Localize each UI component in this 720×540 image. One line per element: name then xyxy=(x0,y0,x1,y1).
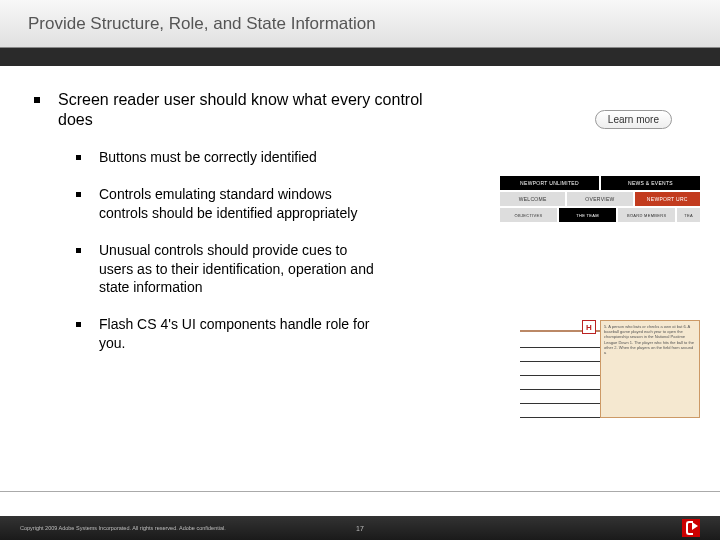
tab: BOARD MEMBERS xyxy=(618,208,675,222)
bullet-text: Buttons must be correctly identified xyxy=(99,148,317,167)
tab: NEWPORT URC xyxy=(635,192,700,206)
divider xyxy=(0,491,720,492)
main-bullet: Screen reader user should know what ever… xyxy=(34,90,444,130)
bullet-icon xyxy=(76,248,81,253)
list-item: Unusual controls should provide cues to … xyxy=(76,241,444,298)
page-number: 17 xyxy=(356,525,364,532)
bullet-text: Controls emulating standard windows cont… xyxy=(99,185,379,223)
tab: THE TEAM xyxy=(559,208,616,222)
bullet-text: Unusual controls should provide cues to … xyxy=(99,241,379,298)
main-heading: Screen reader user should know what ever… xyxy=(58,90,444,130)
text-column: Screen reader user should know what ever… xyxy=(34,90,444,480)
content-area: Screen reader user should know what ever… xyxy=(34,90,700,480)
adobe-logo-icon xyxy=(682,519,700,537)
tab: WELCOME xyxy=(500,192,565,206)
title-bar: Provide Structure, Role, and State Infor… xyxy=(0,0,720,48)
list-item: Buttons must be correctly identified xyxy=(76,148,444,167)
tabs-example: NEWPORT UNLIMITED NEWS & EVENTS WELCOME … xyxy=(500,176,700,224)
list-item: Controls emulating standard windows cont… xyxy=(76,185,444,223)
slide-title: Provide Structure, Role, and State Infor… xyxy=(28,14,376,34)
bullet-text: Flash CS 4's UI components handle role f… xyxy=(99,315,379,353)
crossword-cell: H xyxy=(582,320,596,334)
image-column: Learn more NEWPORT UNLIMITED NEWS & EVEN… xyxy=(444,90,700,480)
bullet-icon xyxy=(34,97,40,103)
footer-bar: Copyright 2009 Adobe Systems Incorporate… xyxy=(0,516,720,540)
bullet-icon xyxy=(76,155,81,160)
crossword-grid: H xyxy=(520,320,600,418)
dark-strip xyxy=(0,48,720,66)
tab: OBJECTIVES xyxy=(500,208,557,222)
crossword-clues: 5. A person who bats or checks a own at … xyxy=(600,320,700,418)
copyright-text: Copyright 2009 Adobe Systems Incorporate… xyxy=(20,525,682,531)
list-item: Flash CS 4's UI components handle role f… xyxy=(76,315,444,353)
tab: NEWPORT UNLIMITED xyxy=(500,176,599,190)
bullet-icon xyxy=(76,322,81,327)
tab: TEA xyxy=(677,208,700,222)
tab: OVERVIEW xyxy=(567,192,632,206)
learn-more-button[interactable]: Learn more xyxy=(595,110,672,129)
tab: NEWS & EVENTS xyxy=(601,176,700,190)
sub-bullet-list: Buttons must be correctly identified Con… xyxy=(76,148,444,353)
crossword-example: H 5. A person who bats or checks a own a… xyxy=(520,320,700,418)
bullet-icon xyxy=(76,192,81,197)
